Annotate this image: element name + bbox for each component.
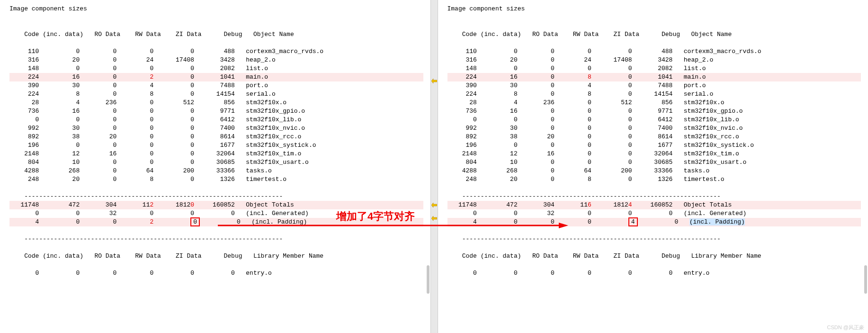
table-row: 28 4 236 0 512 856 stm32f10x.o bbox=[9, 99, 423, 107]
totals-row: 4 0 0 0 4 0 (incl. Padding) bbox=[447, 218, 861, 226]
table-row: 224 8 0 8 0 14154 serial.o bbox=[447, 90, 861, 99]
table-row: 2148 12 16 0 0 32064 stm32f10x_tim.o bbox=[9, 150, 423, 158]
table-row: 28 4 236 0 512 856 stm32f10x.o bbox=[447, 99, 861, 107]
table-row: 736 16 0 0 0 9771 stm32f10x_gpio.o bbox=[447, 107, 861, 116]
totals-row: 0 0 32 0 0 0 (incl. Generated) bbox=[9, 209, 423, 218]
table-row: 736 16 0 0 0 9771 stm32f10x_gpio.o bbox=[9, 107, 423, 116]
table-row: 2148 12 16 0 0 32064 stm32f10x_tim.o bbox=[447, 150, 861, 158]
table-row: 0 0 0 0 0 0 entry.o bbox=[447, 269, 861, 278]
table-row: 804 10 0 0 0 30685 stm32f10x_usart.o bbox=[9, 158, 423, 167]
table-row: 110 0 0 0 0 488 cortexm3_macro_rvds.o bbox=[9, 47, 423, 56]
table-row: 148 0 0 0 0 2082 list.o bbox=[447, 64, 861, 73]
table-row: 892 38 20 0 0 8614 stm32f10x_rcc.o bbox=[9, 133, 423, 141]
left-diff-pane[interactable]: Image component sizes Code (inc. data) R… bbox=[0, 0, 430, 333]
diff-gutter bbox=[430, 0, 438, 333]
scroll-indicator bbox=[864, 265, 867, 294]
totals-row: 11748 472 304 112 18120 160852 Object To… bbox=[9, 201, 423, 209]
column-header: Code (inc. data) RO Data RW Data ZI Data… bbox=[447, 30, 861, 39]
table-row: 248 20 0 8 0 1326 timertest.o bbox=[447, 175, 861, 184]
column-header: Code (inc. data) RO Data RW Data ZI Data… bbox=[447, 252, 861, 261]
table-row: 992 30 0 0 0 7400 stm32f10x_nvic.o bbox=[447, 124, 861, 133]
table-row: 196 0 0 0 0 1677 stm32f10x_systick.o bbox=[9, 141, 423, 150]
table-row: 992 30 0 0 0 7400 stm32f10x_nvic.o bbox=[9, 124, 423, 133]
table-row: 390 30 0 4 0 7488 port.o bbox=[9, 81, 423, 90]
column-header: Code (inc. data) RO Data RW Data ZI Data… bbox=[9, 252, 423, 261]
dash-line: ----------------------------------------… bbox=[9, 235, 423, 243]
dash-line: ----------------------------------------… bbox=[9, 192, 423, 201]
table-row: 316 20 0 24 17408 3428 heap_2.o bbox=[447, 56, 861, 64]
section-title: Image component sizes bbox=[447, 5, 861, 13]
scroll-indicator bbox=[427, 265, 430, 294]
totals-row: 4 0 0 2 0 0 (incl. Padding) bbox=[9, 218, 423, 226]
table-row: 248 20 0 8 0 1326 timertest.o bbox=[9, 175, 423, 184]
table-row: 0 0 0 0 0 6412 stm32f10x_lib.o bbox=[9, 116, 423, 124]
table-row: 224 8 0 8 0 14154 serial.o bbox=[9, 90, 423, 99]
diff-merge-left-icon[interactable] bbox=[431, 79, 437, 83]
section-title: Image component sizes bbox=[9, 5, 423, 13]
right-diff-pane[interactable]: Image component sizes Code (inc. data) R… bbox=[438, 0, 868, 333]
table-row: 316 20 0 24 17408 3428 heap_2.o bbox=[9, 56, 423, 64]
totals-row: 0 0 32 0 0 0 (incl. Generated) bbox=[447, 209, 861, 218]
table-row: 804 10 0 0 0 30685 stm32f10x_usart.o bbox=[447, 158, 861, 167]
table-row: 4288 268 0 64 200 33366 tasks.o bbox=[447, 167, 861, 175]
diff-merge-left-icon[interactable] bbox=[431, 216, 437, 221]
table-row: 110 0 0 0 0 488 cortexm3_macro_rvds.o bbox=[447, 47, 861, 56]
diff-merge-left-icon[interactable] bbox=[431, 203, 437, 207]
table-row: 196 0 0 0 0 1677 stm32f10x_systick.o bbox=[447, 141, 861, 150]
table-row: 0 0 0 0 0 0 entry.o bbox=[9, 269, 423, 278]
table-row: 4288 268 0 64 200 33366 tasks.o bbox=[9, 167, 423, 175]
table-row: 224 16 0 2 0 1041 main.o bbox=[9, 73, 423, 81]
totals-row: 11748 472 304 116 18124 160852 Object To… bbox=[447, 201, 861, 209]
table-row: 224 16 0 8 0 1041 main.o bbox=[447, 73, 861, 81]
table-row: 148 0 0 0 0 2082 list.o bbox=[9, 64, 423, 73]
table-row: 892 38 20 0 0 8614 stm32f10x_rcc.o bbox=[447, 133, 861, 141]
dash-line: ----------------------------------------… bbox=[447, 192, 861, 201]
table-row: 390 30 0 4 0 7488 port.o bbox=[447, 81, 861, 90]
table-row: 0 0 0 0 0 6412 stm32f10x_lib.o bbox=[447, 116, 861, 124]
column-header: Code (inc. data) RO Data RW Data ZI Data… bbox=[9, 30, 423, 39]
dash-line: ----------------------------------------… bbox=[447, 235, 861, 243]
